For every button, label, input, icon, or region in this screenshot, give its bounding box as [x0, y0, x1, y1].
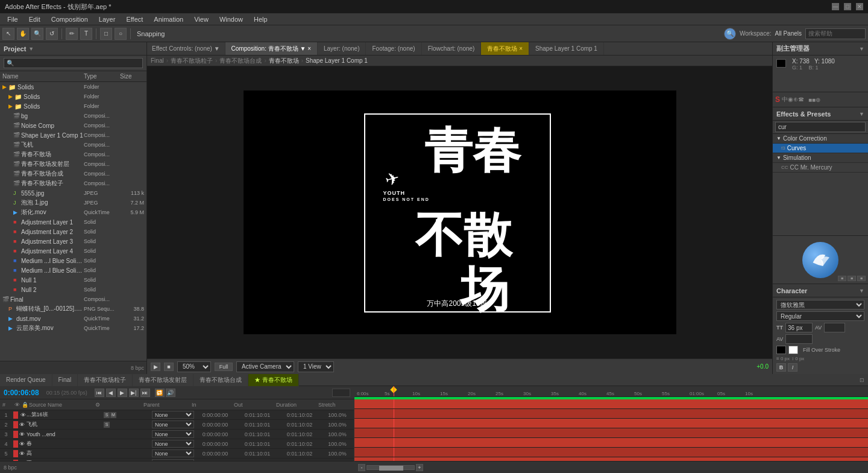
list-item[interactable]: ▶ 📁 Solids Folder [0, 92, 146, 101]
tool-hand[interactable]: ✋ [17, 28, 29, 40]
layer-parent-select[interactable]: None [152, 449, 194, 457]
list-item[interactable]: ▶ 📁 Solids Folder [0, 82, 146, 92]
char-collapse[interactable]: ▼ [859, 288, 864, 294]
list-item[interactable]: J 5555.jpg JPEG 113 k [0, 188, 146, 198]
menu-layer[interactable]: Layer [94, 14, 121, 24]
breadcrumb-qcbscl[interactable]: 青春不散场粒子 [171, 57, 213, 65]
font-style-select[interactable]: Regular [776, 311, 864, 321]
list-item[interactable]: ■ Medium ...l Blue Solid 1 Solid [0, 256, 146, 265]
list-item[interactable]: ■ Adjustment Layer 3 Solid [0, 237, 146, 246]
timeline-track-area[interactable]: 6:00s 5s 10s 15s 20s 25s 30s 35s 40s 45s… [354, 386, 868, 473]
menu-help[interactable]: Help [249, 14, 272, 24]
table-row[interactable]: 1 👁 ...第16班 S M None 0:00:00:00 0:01:10:… [0, 410, 354, 420]
composition-viewport[interactable]: ✈ YOUTHDOES NOT END 青春 不散 场 万中高2009级16班 [147, 66, 772, 358]
admin-collapse[interactable]: ▼ [859, 46, 864, 52]
layer-vis-icon[interactable]: 👁 [19, 441, 27, 447]
tool-shape-rect[interactable]: □ [100, 28, 112, 40]
menu-file[interactable]: File [2, 14, 23, 24]
effects-search-input[interactable] [775, 122, 866, 132]
bold-btn[interactable]: B [776, 363, 786, 372]
view-select[interactable]: 1 View [298, 361, 334, 372]
list-item[interactable]: ■ Null 2 Solid [0, 285, 146, 294]
table-row[interactable]: 5 👁 高 None 0:00:00:00 0:01:10:01 0:01:10… [0, 449, 354, 459]
tl-expand-icon[interactable]: ⊡ [860, 377, 864, 383]
effects-item-ccmrmercury[interactable]: CC CC Mr. Mercury [773, 163, 868, 173]
layer-solo-btn[interactable]: S [104, 412, 110, 418]
list-item[interactable]: 🎬 青春不散场发射层 Composi... [0, 159, 146, 169]
align-center-btn[interactable]: ≡ [848, 276, 856, 281]
align-left-btn[interactable]: ≡ [838, 276, 846, 281]
tl-search-input[interactable] [332, 389, 350, 397]
list-item[interactable]: ■ Null 1 Solid [0, 275, 146, 285]
tl-skip-start[interactable]: ⏮ [95, 389, 104, 397]
tool-select[interactable]: ↖ [2, 28, 14, 40]
tool-zoom[interactable]: 🔍 [31, 28, 43, 40]
list-item[interactable]: 🎬 青春不散场合成 Composi... [0, 169, 146, 179]
camera-select[interactable]: Active Camera [236, 361, 294, 372]
list-item[interactable]: ■ Medium ...l Blue Solid 2 Solid [0, 265, 146, 275]
help-search[interactable] [805, 28, 866, 39]
layer-vis-icon[interactable]: 👁 [19, 422, 27, 428]
align-right-btn[interactable]: ≡ [857, 276, 866, 281]
list-item[interactable]: 🎬 飞机 Composi... [0, 140, 146, 150]
tl-tab-qcbsctc[interactable]: 青春不散场台成 [193, 374, 248, 386]
maximize-button[interactable]: □ [844, 3, 851, 10]
list-item[interactable]: 🎬 bg Composi... [0, 111, 146, 121]
tool-pen[interactable]: ✏ [66, 28, 78, 40]
layer-parent-select[interactable]: None [152, 411, 194, 419]
close-button[interactable]: ✕ [856, 3, 863, 10]
menu-edit[interactable]: Edit [24, 14, 45, 24]
tl-tab-final[interactable]: Final [52, 374, 78, 386]
layer-vis-icon[interactable]: 👁 [19, 431, 27, 437]
layer-vis-icon[interactable]: 👁 [19, 412, 27, 418]
tool-text[interactable]: T [80, 28, 92, 40]
list-item[interactable]: ▶ 云层亲美.mov QuickTime 17.2 [0, 323, 146, 333]
layer-parent-select[interactable]: None [152, 430, 194, 438]
list-item[interactable]: P 蝴蝶转场_[0...-00125].png PNG Sequ... 38.8 [0, 304, 146, 314]
tl-audio[interactable]: 🔊 [166, 389, 175, 397]
tab-footage[interactable]: Footage: (none) [366, 42, 421, 56]
layer-parent-select[interactable]: None [152, 421, 194, 428]
stroke-color-swatch[interactable] [788, 346, 798, 354]
list-item[interactable]: ▶ dust.mov QuickTime 31.2 [0, 314, 146, 323]
table-row[interactable]: 4 👁 春 None 0:00:00:00 0:01:10:01 0:01:10… [0, 439, 354, 449]
tab-layer[interactable]: Layer: (none) [318, 42, 366, 56]
menu-view[interactable]: View [189, 14, 213, 24]
minimize-button[interactable]: — [832, 3, 839, 10]
kerning-input[interactable] [824, 323, 845, 332]
play-button[interactable]: ▶ [151, 363, 160, 371]
font-name-select[interactable]: 微软雅黑 [776, 300, 864, 310]
layer-vis-icon[interactable]: 👁 [19, 451, 27, 457]
menu-animation[interactable]: Animation [149, 14, 188, 24]
layer-solo-btn[interactable]: S [104, 422, 110, 428]
list-item[interactable]: ■ Adjustment Layer 1 Solid [0, 217, 146, 227]
effects-category-simulation[interactable]: ▼ Simulation [773, 153, 868, 163]
tl-loop[interactable]: 🔁 [155, 389, 165, 397]
tl-zoom-out[interactable]: - [358, 464, 365, 471]
tracking-input[interactable] [785, 334, 813, 344]
stop-button[interactable]: ■ [164, 363, 174, 371]
menu-window[interactable]: Window [215, 14, 248, 24]
tab-qingchun[interactable]: 青春不散场 × [481, 42, 529, 56]
table-row[interactable]: 3 👁 Youth ...end None 0:00:00:00 0:01:10… [0, 430, 354, 439]
tl-prev-frame[interactable]: ◀ [106, 389, 116, 397]
effects-collapse[interactable]: ▼ [859, 111, 864, 117]
fill-color-swatch[interactable] [776, 346, 786, 354]
list-item[interactable]: ■ Adjustment Layer 4 Solid [0, 246, 146, 256]
effects-category-colorcorrection[interactable]: ▼ Color Correction [773, 134, 868, 144]
tl-zoom-slider[interactable] [366, 465, 415, 470]
tab-shape-layer[interactable]: Shape Layer 1 Comp 1 [529, 42, 604, 56]
list-item[interactable]: 🎬 Noise Comp Composi... [0, 121, 146, 130]
current-time-display[interactable]: 0:00:06:08 [4, 389, 39, 397]
list-item[interactable]: ■ Adjustment Layer 2 Solid [0, 227, 146, 237]
list-item[interactable]: ▶ 📁 Solids Folder [0, 101, 146, 111]
tl-zoom-in[interactable]: + [416, 464, 423, 471]
tool-search-workspace[interactable]: 🔍 [724, 28, 736, 40]
list-item[interactable]: 🎬 Shape Layer 1 Comp 1 Composi... [0, 130, 146, 140]
breadcrumb-final[interactable]: Final [151, 57, 164, 64]
tl-skip-end[interactable]: ⏭ [140, 389, 150, 397]
breadcrumb-shapelayer[interactable]: Shape Layer 1 Comp 1 [306, 57, 368, 64]
layer-motion-btn[interactable]: M [110, 412, 116, 418]
list-item[interactable]: 🎬 Final Composi... [0, 294, 146, 304]
table-row[interactable]: 2 👁 飞机 S None 0:00:00:00 0:01:10:01 0:01… [0, 420, 354, 430]
